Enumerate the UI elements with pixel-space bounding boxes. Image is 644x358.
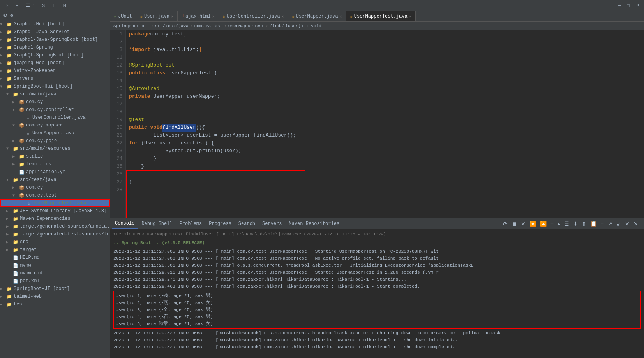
settings-icon[interactable]: ⚙ [9, 12, 15, 19]
tree-item[interactable]: ▶📁Maven Dependencies [0, 215, 110, 223]
toolbar-btn-n[interactable]: N [62, 2, 68, 9]
tab-close-icon[interactable]: ✕ [171, 14, 173, 19]
tree-item[interactable]: ▼📦com.cy.controller [0, 106, 110, 114]
tree-icon: 📄 [12, 262, 19, 268]
tree-item[interactable]: ▼📁src/test/java [0, 176, 110, 184]
tree-item[interactable]: ▼📦com.cy.mapper [0, 121, 110, 129]
tab-close-icon[interactable]: ✕ [282, 14, 284, 19]
bottom-tab[interactable]: Servers [259, 218, 285, 229]
bottom-toolbar-btn-0[interactable]: ⟳ [502, 220, 509, 227]
breadcrumb-part: findAllUser() : void [270, 24, 321, 28]
editor-tab[interactable]: ☕UserController.java✕ [219, 11, 288, 22]
tree-item[interactable]: ▶📁SpringBoot-JT [boot] [0, 285, 110, 293]
tab-close-icon[interactable]: ✕ [212, 14, 215, 19]
line-number: 2 [113, 38, 122, 46]
bottom-toolbar-btn-4[interactable]: 🔼 [539, 220, 548, 227]
tree-item[interactable]: 📄mvnw [0, 261, 110, 269]
tree-item[interactable]: ▶📁test [0, 300, 110, 308]
tree-item[interactable]: ☕UserController.java [0, 114, 110, 121]
bottom-tab[interactable]: Problems [176, 218, 205, 229]
tree-label: Graphql-Hui [boot] [14, 21, 64, 27]
bottom-toolbar-btn-12[interactable]: ↗ [607, 220, 614, 227]
tree-icon: 📁 [6, 75, 12, 82]
bottom-tab[interactable]: Search [235, 218, 258, 229]
tree-item[interactable]: ▶📁Servers [0, 75, 110, 82]
tree-item[interactable]: ▶📦com.cy [0, 184, 110, 191]
tree-item[interactable]: ▶📁jeaping-web [boot] [0, 59, 110, 67]
tab-close-icon[interactable]: ✕ [409, 14, 411, 19]
bottom-toolbar-btn-15[interactable]: ✕ [632, 220, 639, 227]
toolbar-btn-p2[interactable]: ☰ P [25, 2, 35, 9]
tree-item[interactable]: 📄pom.xml [0, 277, 110, 285]
tree-item[interactable]: ▶📦com.cy.pojo [0, 137, 110, 145]
bottom-tab[interactable]: Console [112, 218, 138, 229]
editor-tab[interactable]: ✔JUnit [110, 11, 136, 22]
bottom-toolbar-btn-7[interactable]: ☰ [563, 220, 570, 227]
code-line [129, 38, 641, 46]
toolbar-btn-p1[interactable]: P [14, 2, 20, 9]
close-btn[interactable]: ✕ [634, 2, 641, 9]
tree-item[interactable]: ▶📁taimei-web [0, 293, 110, 300]
editor-tab[interactable]: Hajax.html✕ [178, 11, 219, 22]
tree-arrow: ▶ [0, 61, 6, 65]
tree-item[interactable]: ▼📁src/main/resources [0, 145, 110, 153]
tree-item[interactable]: ▶📁Graphql-Java-SpringBoot [boot] [0, 36, 110, 44]
tree-item[interactable]: ▶📦com.cy [0, 98, 110, 106]
tree-item[interactable]: ☕UserMapperTest.java [0, 199, 110, 207]
line-number: 26 [113, 170, 122, 178]
tree-item[interactable]: ▼📁SpringBoot-Hui [boot] [0, 82, 110, 90]
bottom-toolbar-btn-3[interactable]: 🔽 [528, 220, 537, 227]
tree-item[interactable]: ▶📁static [0, 153, 110, 160]
toolbar-btn-t[interactable]: T [51, 2, 57, 9]
bottom-tab-bar: ConsoleDebug ShellProblemsProgressSearch… [110, 218, 644, 229]
tree-item[interactable]: ▶📁GraphQL-SpringBoot [boot] [0, 51, 110, 59]
bottom-toolbar-btn-10[interactable]: 📋 [589, 220, 598, 227]
bottom-toolbar-btn-2[interactable]: ✕ [520, 220, 527, 227]
editor-tab[interactable]: ☕User.java✕ [136, 11, 178, 22]
tree-item[interactable]: ▶📁JRE System Library [JavaSE-1.8] [0, 207, 110, 215]
tree-item[interactable]: ▶📁target/generated-sources/annotations [0, 223, 110, 230]
tree-label: pom.xml [20, 278, 39, 284]
bottom-tab[interactable]: Progress [206, 218, 235, 229]
tab-close-icon[interactable]: ✕ [340, 14, 342, 19]
tree-item[interactable]: ▶📁Graphql-Spring [0, 44, 110, 51]
bottom-tab[interactable]: Maven Repositories [286, 218, 343, 229]
tree-item[interactable]: 📄application.yml [0, 168, 110, 176]
tree-item[interactable]: ▶📁Graphql-Java-Servlet [0, 28, 110, 36]
bottom-toolbar-btn-11[interactable]: ≡ [600, 220, 605, 227]
maximize-btn[interactable]: □ [625, 2, 631, 9]
toolbar-btn-s[interactable]: S [41, 2, 46, 9]
tree-item[interactable]: ▼📦com.cy.test [0, 191, 110, 199]
editor-area[interactable]: 123111213141516171819202122232425262728 … [110, 30, 644, 218]
tree-arrow: ▶ [6, 224, 12, 229]
console-user-result: User(id=5, name=磁章, age=21, sex=女) [116, 320, 639, 327]
bottom-toolbar-btn-9[interactable]: ⬆ [580, 220, 588, 227]
console-terminated-line: <terminated> UserMapperTest.findAllUser … [113, 231, 641, 238]
bottom-toolbar-btn-14[interactable]: ✕ [624, 220, 631, 227]
bottom-toolbar-btn-5[interactable]: ≡ [549, 220, 555, 227]
bottom-toolbar-btn-6[interactable]: ▸ [556, 220, 561, 227]
bottom-toolbar-btn-8[interactable]: ⬇ [572, 220, 579, 227]
tree-item[interactable]: 📄mvnw.cmd [0, 269, 110, 277]
tree-item[interactable]: ▼📁src/main/java [0, 90, 110, 98]
minimize-btn[interactable]: ─ [616, 2, 623, 9]
tree-item[interactable]: ▶📁src [0, 238, 110, 246]
tree-item[interactable]: ☕UserMapper.java [0, 129, 110, 137]
bottom-tab[interactable]: Debug Shell [138, 218, 175, 229]
tree-arrow: ▶ [0, 76, 6, 81]
tree-item[interactable]: 📄HELP.md [0, 254, 110, 261]
tree-item[interactable]: ▶📁target [0, 246, 110, 254]
tree-icon: 📁 [12, 216, 19, 222]
console-output[interactable]: <terminated> UserMapperTest.findAllUser … [110, 229, 644, 358]
tree-item[interactable]: ▼📁Graphql-Hui [boot] [0, 20, 110, 28]
toolbar-btn-d[interactable]: D [3, 2, 9, 9]
tree-item[interactable]: ▶📁Netty-Zookeeper [0, 67, 110, 75]
bottom-toolbar-btn-1[interactable]: ⏹ [510, 220, 518, 227]
editor-tab[interactable]: ☕UserMapperTest.java✕ [346, 11, 416, 22]
bottom-toolbar-btn-13[interactable]: ↙ [615, 220, 622, 227]
tree-item[interactable]: ▶📁target/generated-test-sources/test-ann… [0, 230, 110, 238]
collapse-all-icon[interactable]: ⟲ [2, 12, 8, 19]
tree-label: JRE System Library [JavaSE-1.8] [20, 208, 107, 214]
editor-tab[interactable]: ☕UserMapper.java✕ [288, 11, 346, 22]
tree-item[interactable]: ▶📁templates [0, 160, 110, 168]
